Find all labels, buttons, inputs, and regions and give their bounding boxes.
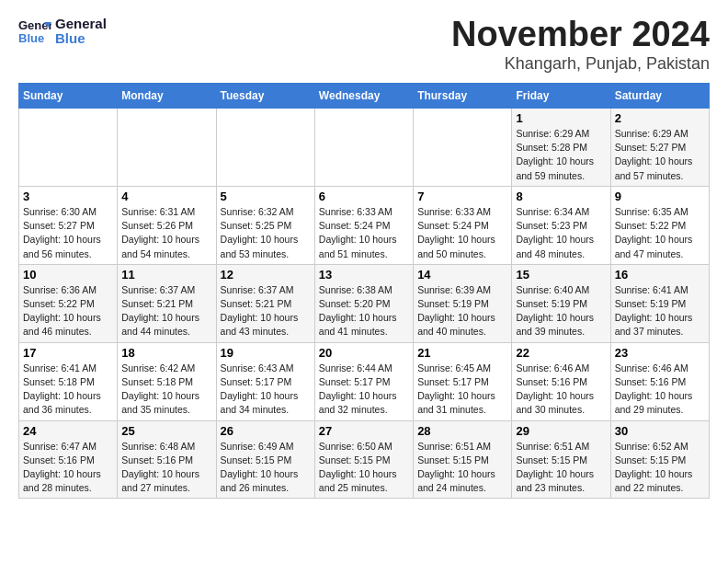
calendar-cell: 22Sunrise: 6:46 AMSunset: 5:16 PMDayligh…	[512, 342, 610, 420]
day-number: 17	[23, 346, 113, 360]
day-number: 29	[516, 424, 606, 438]
calendar-cell: 19Sunrise: 6:43 AMSunset: 5:17 PMDayligh…	[216, 342, 314, 420]
calendar-cell: 3Sunrise: 6:30 AMSunset: 5:27 PMDaylight…	[19, 186, 118, 264]
calendar-cell	[216, 109, 314, 187]
day-number: 21	[417, 346, 507, 360]
day-info: Sunrise: 6:42 AMSunset: 5:18 PMDaylight:…	[121, 362, 211, 418]
calendar-cell: 4Sunrise: 6:31 AMSunset: 5:26 PMDaylight…	[118, 186, 216, 264]
day-info: Sunrise: 6:40 AMSunset: 5:19 PMDaylight:…	[516, 283, 606, 339]
day-info: Sunrise: 6:38 AMSunset: 5:20 PMDaylight:…	[319, 283, 409, 339]
day-number: 18	[121, 346, 211, 360]
weekday-header-thursday: Thursday	[414, 84, 512, 109]
calendar-cell: 11Sunrise: 6:37 AMSunset: 5:21 PMDayligh…	[118, 264, 216, 342]
day-number: 23	[615, 346, 705, 360]
day-number: 4	[121, 190, 211, 203]
day-info: Sunrise: 6:41 AMSunset: 5:18 PMDaylight:…	[23, 362, 113, 418]
day-number: 25	[121, 424, 211, 438]
week-row-2: 3Sunrise: 6:30 AMSunset: 5:27 PMDaylight…	[19, 186, 710, 264]
day-info: Sunrise: 6:46 AMSunset: 5:16 PMDaylight:…	[615, 362, 705, 418]
calendar-cell: 24Sunrise: 6:47 AMSunset: 5:16 PMDayligh…	[19, 420, 118, 499]
day-number: 12	[221, 268, 311, 282]
day-number: 8	[516, 190, 606, 203]
day-info: Sunrise: 6:29 AMSunset: 5:27 PMDaylight:…	[615, 127, 705, 183]
day-number: 26	[221, 424, 311, 438]
calendar-cell: 12Sunrise: 6:37 AMSunset: 5:21 PMDayligh…	[216, 264, 314, 342]
day-number: 2	[615, 111, 705, 125]
calendar-cell: 9Sunrise: 6:35 AMSunset: 5:22 PMDaylight…	[610, 186, 709, 264]
calendar-cell: 30Sunrise: 6:52 AMSunset: 5:15 PMDayligh…	[610, 420, 709, 499]
day-info: Sunrise: 6:43 AMSunset: 5:17 PMDaylight:…	[221, 362, 311, 418]
calendar-cell: 10Sunrise: 6:36 AMSunset: 5:22 PMDayligh…	[19, 264, 118, 342]
week-row-5: 24Sunrise: 6:47 AMSunset: 5:16 PMDayligh…	[19, 420, 710, 499]
week-row-3: 10Sunrise: 6:36 AMSunset: 5:22 PMDayligh…	[19, 264, 710, 342]
logo-line1: General	[55, 17, 107, 32]
week-row-1: 1Sunrise: 6:29 AMSunset: 5:28 PMDaylight…	[19, 109, 710, 187]
day-info: Sunrise: 6:51 AMSunset: 5:15 PMDaylight:…	[417, 440, 507, 496]
day-info: Sunrise: 6:36 AMSunset: 5:22 PMDaylight:…	[23, 283, 113, 339]
calendar-cell: 26Sunrise: 6:49 AMSunset: 5:15 PMDayligh…	[216, 420, 314, 499]
day-number: 3	[23, 190, 113, 203]
calendar-cell	[19, 109, 118, 187]
day-info: Sunrise: 6:37 AMSunset: 5:21 PMDaylight:…	[221, 283, 311, 339]
calendar-cell: 7Sunrise: 6:33 AMSunset: 5:24 PMDaylight…	[414, 186, 512, 264]
title-block: November 2024 Khangarh, Punjab, Pakistan	[451, 15, 710, 74]
calendar-table: SundayMondayTuesdayWednesdayThursdayFrid…	[18, 83, 710, 499]
calendar-cell	[414, 109, 512, 187]
day-info: Sunrise: 6:44 AMSunset: 5:17 PMDaylight:…	[319, 362, 409, 418]
day-info: Sunrise: 6:49 AMSunset: 5:15 PMDaylight:…	[221, 440, 311, 496]
day-info: Sunrise: 6:32 AMSunset: 5:25 PMDaylight:…	[221, 205, 311, 261]
calendar-cell: 13Sunrise: 6:38 AMSunset: 5:20 PMDayligh…	[314, 264, 413, 342]
day-info: Sunrise: 6:47 AMSunset: 5:16 PMDaylight:…	[23, 440, 113, 496]
day-number: 27	[319, 424, 409, 438]
day-info: Sunrise: 6:48 AMSunset: 5:16 PMDaylight:…	[121, 440, 211, 496]
page: General Blue General Blue November 2024 …	[0, 0, 728, 508]
calendar-cell: 21Sunrise: 6:45 AMSunset: 5:17 PMDayligh…	[414, 342, 512, 420]
day-number: 19	[221, 346, 311, 360]
day-info: Sunrise: 6:33 AMSunset: 5:24 PMDaylight:…	[319, 205, 409, 261]
day-number: 24	[23, 424, 113, 438]
calendar-cell: 6Sunrise: 6:33 AMSunset: 5:24 PMDaylight…	[314, 186, 413, 264]
calendar-cell: 27Sunrise: 6:50 AMSunset: 5:15 PMDayligh…	[314, 420, 413, 499]
calendar-cell: 17Sunrise: 6:41 AMSunset: 5:18 PMDayligh…	[19, 342, 118, 420]
calendar-header: SundayMondayTuesdayWednesdayThursdayFrid…	[19, 84, 710, 109]
logo-icon: General Blue	[18, 15, 51, 48]
weekday-header-row: SundayMondayTuesdayWednesdayThursdayFrid…	[19, 84, 710, 109]
calendar-cell: 2Sunrise: 6:29 AMSunset: 5:27 PMDaylight…	[610, 109, 709, 187]
calendar-cell: 14Sunrise: 6:39 AMSunset: 5:19 PMDayligh…	[414, 264, 512, 342]
day-number: 5	[221, 190, 311, 203]
day-number: 11	[121, 268, 211, 282]
day-number: 10	[23, 268, 113, 282]
calendar-cell: 18Sunrise: 6:42 AMSunset: 5:18 PMDayligh…	[118, 342, 216, 420]
day-number: 15	[516, 268, 606, 282]
calendar-cell	[314, 109, 413, 187]
weekday-header-friday: Friday	[512, 84, 610, 109]
calendar-body: 1Sunrise: 6:29 AMSunset: 5:28 PMDaylight…	[19, 109, 710, 499]
day-info: Sunrise: 6:37 AMSunset: 5:21 PMDaylight:…	[121, 283, 211, 339]
day-number: 30	[615, 424, 705, 438]
day-number: 13	[319, 268, 409, 282]
calendar-cell: 16Sunrise: 6:41 AMSunset: 5:19 PMDayligh…	[610, 264, 709, 342]
day-number: 7	[417, 190, 507, 203]
logo: General Blue General Blue	[18, 15, 107, 48]
svg-text:Blue: Blue	[18, 31, 44, 45]
calendar-cell: 5Sunrise: 6:32 AMSunset: 5:25 PMDaylight…	[216, 186, 314, 264]
day-number: 9	[615, 190, 705, 203]
location: Khangarh, Punjab, Pakistan	[451, 54, 710, 74]
calendar-cell: 28Sunrise: 6:51 AMSunset: 5:15 PMDayligh…	[414, 420, 512, 499]
day-number: 1	[516, 111, 606, 125]
calendar-cell: 23Sunrise: 6:46 AMSunset: 5:16 PMDayligh…	[610, 342, 709, 420]
weekday-header-monday: Monday	[118, 84, 216, 109]
day-info: Sunrise: 6:34 AMSunset: 5:23 PMDaylight:…	[516, 205, 606, 261]
day-info: Sunrise: 6:50 AMSunset: 5:15 PMDaylight:…	[319, 440, 409, 496]
day-number: 28	[417, 424, 507, 438]
day-info: Sunrise: 6:30 AMSunset: 5:27 PMDaylight:…	[23, 205, 113, 261]
day-info: Sunrise: 6:31 AMSunset: 5:26 PMDaylight:…	[121, 205, 211, 261]
day-info: Sunrise: 6:35 AMSunset: 5:22 PMDaylight:…	[615, 205, 705, 261]
weekday-header-tuesday: Tuesday	[216, 84, 314, 109]
weekday-header-saturday: Saturday	[610, 84, 709, 109]
calendar-cell: 29Sunrise: 6:51 AMSunset: 5:15 PMDayligh…	[512, 420, 610, 499]
calendar-cell: 25Sunrise: 6:48 AMSunset: 5:16 PMDayligh…	[118, 420, 216, 499]
calendar-cell: 8Sunrise: 6:34 AMSunset: 5:23 PMDaylight…	[512, 186, 610, 264]
day-info: Sunrise: 6:52 AMSunset: 5:15 PMDaylight:…	[615, 440, 705, 496]
day-number: 22	[516, 346, 606, 360]
